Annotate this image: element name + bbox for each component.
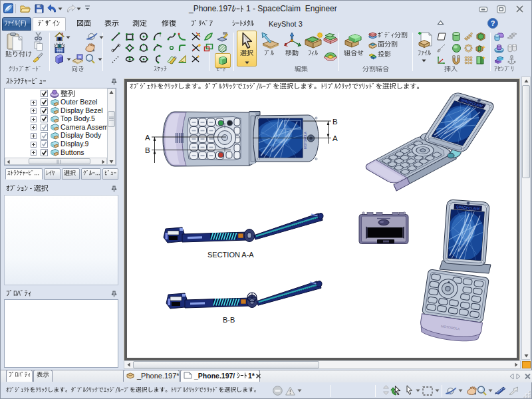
svg-text:B: B: [332, 118, 338, 126]
svg-text:B: B: [145, 146, 150, 154]
svg-text:MOTOROLA: MOTOROLA: [304, 132, 307, 149]
svg-text:A: A: [332, 134, 338, 142]
svg-text:SECTION A-A: SECTION A-A: [207, 251, 254, 259]
svg-text:A: A: [145, 134, 150, 142]
svg-text:?: ?: [491, 19, 495, 27]
svg-text:B-B: B-B: [223, 316, 235, 324]
